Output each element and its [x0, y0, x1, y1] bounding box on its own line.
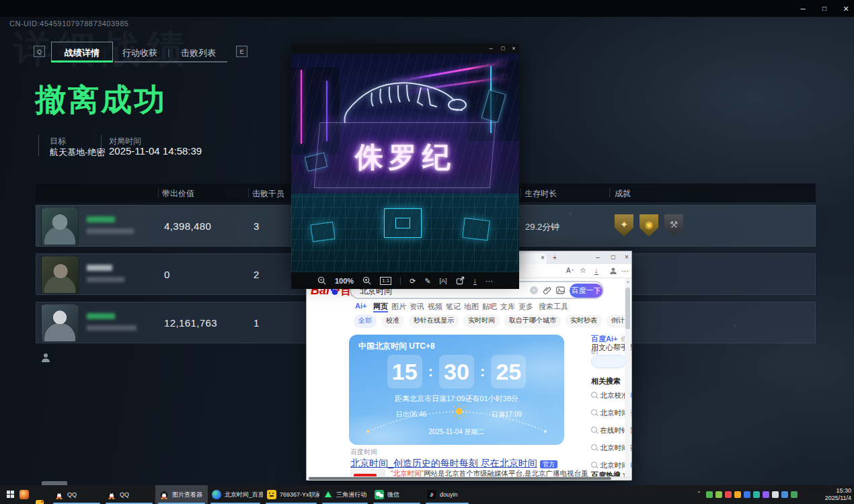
tab-loot[interactable]: 行动收获 — [122, 47, 157, 59]
clock-seconds: 25 — [491, 355, 526, 388]
result-source: 百度时间 — [350, 448, 377, 457]
browser-close-icon[interactable]: × — [622, 252, 631, 263]
nav-images[interactable]: 图片 — [391, 302, 406, 312]
player-subtitle-censored — [87, 277, 124, 282]
tray-icon[interactable] — [734, 491, 741, 498]
clock-minutes: 30 — [439, 355, 474, 388]
zoom-out-icon[interactable] — [317, 276, 326, 285]
scrollbar-thumb[interactable] — [625, 288, 630, 329]
tab-kill-list[interactable]: 击败列表 — [181, 47, 216, 59]
profile-icon[interactable] — [609, 267, 617, 275]
nav-maps[interactable]: 地图 — [464, 302, 479, 312]
tray-icon[interactable] — [706, 491, 713, 498]
chip[interactable]: 倒计时 — [607, 314, 626, 328]
viewer-image[interactable]: 侏罗纪 — [291, 54, 519, 272]
douyin-icon: ♪ — [427, 490, 436, 499]
taskbar-item-qq[interactable]: QQ — [50, 485, 103, 504]
rain-overlay — [291, 54, 519, 272]
clear-input-icon[interactable]: × — [530, 286, 538, 294]
yellow-app-icon — [267, 490, 276, 499]
taskbar-item-douyin[interactable]: ♪ douyin — [423, 485, 471, 504]
share-icon[interactable] — [456, 276, 465, 285]
tray-icon[interactable] — [725, 491, 732, 498]
zoom-in-icon[interactable] — [362, 276, 371, 285]
browser-minimize-icon[interactable]: – — [593, 252, 603, 263]
more-icon[interactable]: ⋯ — [486, 277, 493, 285]
tray-icon[interactable] — [753, 491, 760, 498]
tray-icon[interactable] — [791, 491, 798, 498]
extracted-value: 4,398,480 — [164, 220, 211, 232]
taskbar-item-delta-force[interactable]: 三角洲行动 — [319, 485, 371, 504]
tab-track — [114, 61, 227, 62]
edit-pen-icon[interactable]: ✎ — [424, 277, 430, 285]
pinned-app-icon[interactable] — [36, 500, 44, 504]
tray-icon[interactable] — [715, 491, 722, 498]
nav-more[interactable]: 更多 — [518, 302, 533, 312]
taskbar-item-769367[interactable]: 769367-Yx职家社 — [263, 485, 319, 504]
nav-ai[interactable]: Ai+ — [355, 302, 366, 310]
achievement-star-badge-icon[interactable]: ✦ — [615, 214, 633, 237]
tray-icon[interactable] — [744, 491, 750, 498]
tray-chevron-icon[interactable]: ⌃ — [697, 491, 701, 497]
chip[interactable]: 秒针在线显示 — [409, 314, 459, 328]
nav-notes[interactable]: 笔记 — [446, 302, 461, 312]
start-button-icon[interactable] — [7, 491, 14, 498]
read-aloud-icon[interactable]: A⌃ — [566, 267, 575, 274]
favorite-star-icon[interactable]: ☆ — [580, 266, 586, 275]
chip[interactable]: 实时秒表 — [566, 314, 602, 328]
chip[interactable]: 取自于哪个城市 — [504, 314, 561, 328]
rotate-icon[interactable]: ⟳ — [410, 277, 416, 285]
viewer-maximize-icon[interactable]: ▢ — [498, 44, 508, 53]
more-menu-icon[interactable]: ⋯ — [621, 267, 629, 276]
game-close-icon[interactable]: ✕ — [841, 4, 851, 13]
achievement-hammer-badge-icon[interactable]: ⚒ — [664, 214, 683, 237]
viewer-close-icon[interactable]: × — [509, 44, 518, 53]
tab-close-icon[interactable]: × — [538, 253, 547, 263]
tray-icon[interactable] — [763, 491, 769, 498]
new-tab-icon[interactable]: + — [550, 253, 559, 263]
download-icon[interactable]: ↓ — [473, 277, 477, 285]
attachment-icon[interactable] — [543, 286, 551, 294]
nav-tieba[interactable]: 贴吧 — [482, 302, 497, 312]
nav-news[interactable]: 资讯 — [410, 302, 424, 312]
game-launcher-icon[interactable] — [20, 490, 29, 499]
tray-icon[interactable] — [772, 491, 779, 498]
game-minimize-icon[interactable]: – — [798, 4, 808, 13]
toolbar-divider — [400, 277, 401, 285]
player-subtitle-censored — [87, 228, 134, 234]
nav-wenku[interactable]: 文库 — [500, 302, 515, 312]
nav-search-tools[interactable]: 搜索工具 — [539, 302, 568, 312]
image-search-icon[interactable] — [556, 286, 565, 294]
chip-all[interactable]: 全部 — [354, 314, 377, 328]
baidu-search-button[interactable]: 百度一下 — [570, 284, 603, 298]
download-icon[interactable]: ↓ — [594, 266, 598, 275]
nav-web[interactable]: 网页 — [373, 302, 388, 312]
nav-video[interactable]: 视频 — [428, 302, 442, 312]
vertical-scrollbar[interactable]: ▲ — [625, 278, 631, 476]
search-result-title[interactable]: 北京时间_创造历史的每时每刻 尽在北京时间 官方 — [350, 457, 557, 470]
chip[interactable]: 校准 — [381, 314, 404, 328]
achievement-medal-badge-icon[interactable]: ◉ — [639, 214, 658, 237]
viewer-minimize-icon[interactable]: – — [486, 44, 496, 53]
zoom-level[interactable]: 100% — [335, 277, 354, 285]
horizontal-scrollbar[interactable] — [307, 476, 631, 480]
meta-divider — [38, 135, 39, 157]
ocr-icon[interactable]: [A] — [440, 277, 447, 285]
target-label: 目标 — [50, 136, 66, 147]
browser-maximize-icon[interactable]: ▢ — [609, 252, 618, 263]
taskbar-item-edge-baidu[interactable]: 北京时间_百度搜索... — [208, 485, 263, 504]
taskbar-item-wechat[interactable]: 微信 — [371, 485, 423, 504]
col-survival: 生存时长 — [525, 188, 557, 200]
extracted-value: 12,161,763 — [164, 317, 217, 329]
sidebar-ai-input[interactable] — [591, 355, 626, 368]
taskbar-item-qq-2[interactable]: QQ — [103, 485, 155, 504]
scroll-up-icon[interactable]: ▲ — [626, 280, 630, 284]
tray-date: 2025/11/4 — [814, 495, 851, 502]
actual-size-icon[interactable]: 1:1 — [380, 277, 391, 285]
chip[interactable]: 实时时间 — [463, 314, 500, 328]
scrollbar-thumb[interactable] — [309, 477, 611, 480]
game-maximize-icon[interactable]: □ — [819, 4, 830, 13]
taskbar-item-image-viewer[interactable]: 图片查看器 — [155, 485, 208, 504]
tray-clock[interactable]: 15:30 2025/11/4 — [814, 487, 851, 502]
tray-icon[interactable] — [781, 491, 788, 498]
